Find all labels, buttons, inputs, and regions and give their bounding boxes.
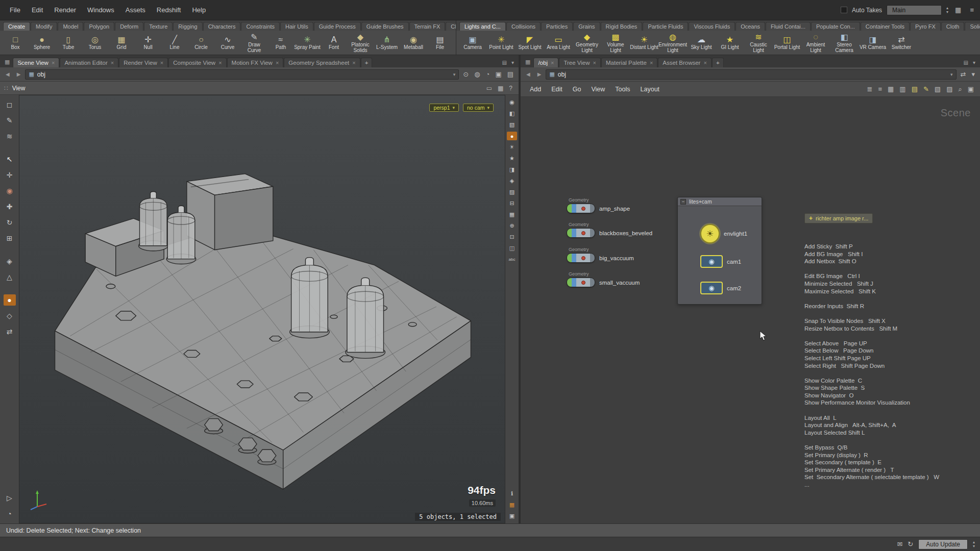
shelf-tool-path[interactable]: ≈Path — [267, 35, 294, 51]
window-menu-icon[interactable]: ≡ — [968, 5, 976, 15]
pane-dropdown-icon[interactable]: ▾ — [971, 70, 975, 78]
fields-icon[interactable]: ◫ — [507, 244, 517, 253]
materials-icon[interactable]: ◈ — [507, 177, 517, 185]
shelf-tool-distant-light[interactable]: ☀Distant Light — [630, 35, 658, 51]
shelf-tool-null[interactable]: ✛Null — [135, 35, 161, 51]
shelf-tab-collisions[interactable]: Collisions — [506, 22, 541, 31]
lighting-icon[interactable]: ☀ — [507, 143, 517, 152]
desktop-layout-icon[interactable]: ▦ — [953, 5, 963, 15]
tab-material-palette[interactable]: Material Palette× — [601, 58, 657, 67]
shelf-tool-portal-light[interactable]: ◫Portal Light — [773, 35, 801, 51]
pose-tool-icon[interactable]: ◉ — [4, 185, 16, 196]
menu-help[interactable]: Help — [186, 4, 211, 16]
shelf-tool-sphere[interactable]: ●Sphere — [29, 35, 55, 51]
take-selector[interactable]: Main — [887, 5, 942, 15]
maximize-pane-icon[interactable]: ▤ — [964, 60, 968, 65]
node-envlight1[interactable]: ☀envlight1 — [700, 224, 747, 243]
left-path-field[interactable]: ▦ obj ▾ — [25, 69, 459, 80]
shelf-tab-rigging[interactable]: Rigging — [173, 22, 202, 31]
shelf-tool-platonic-solids[interactable]: ◆Platonic Solids — [347, 32, 374, 53]
shelf-tab-pyro-fx[interactable]: Pyro FX — [910, 22, 941, 31]
shelf-tool-geometry-light[interactable]: ◆Geometry Light — [573, 32, 601, 53]
paint-brush-icon[interactable]: ✎ — [4, 115, 16, 126]
highquality-light-icon[interactable]: ★ — [507, 154, 517, 163]
pane-split-icon[interactable]: ▦ — [523, 59, 533, 67]
shelf-tool-tube[interactable]: ▯Tube — [55, 35, 82, 51]
path-dropdown-icon[interactable]: ▾ — [950, 72, 953, 77]
translate-tool-icon[interactable]: ✚ — [4, 201, 16, 212]
shelf-tool-box[interactable]: □Box — [2, 35, 29, 51]
tab-motion-fx-view[interactable]: Motion FX View× — [227, 58, 284, 67]
shelf-tool-file[interactable]: ▤File — [427, 35, 453, 51]
shelf-tool-stereo-camera[interactable]: ◧Stereo Camera — [830, 32, 859, 53]
shelf-tool-switcher[interactable]: ⇄Switcher — [887, 35, 916, 51]
shelf-tab-cloth[interactable]: Cloth — [941, 22, 965, 31]
view-mask-icon[interactable]: ⊡ — [507, 233, 517, 241]
network-canvas[interactable]: Scene − lites+cam + richter amp image r.… — [521, 97, 980, 523]
shelf-tool-vr-camera[interactable]: ◨VR Camera — [859, 35, 887, 51]
netmenu-go[interactable]: Go — [568, 84, 586, 94]
display-flag[interactable] — [567, 278, 572, 287]
labels-icon[interactable]: abc — [507, 255, 517, 264]
display-flag[interactable] — [567, 204, 572, 213]
scale-tool-icon[interactable]: ⊞ — [4, 233, 16, 244]
shading-mode-icon[interactable]: ◧ — [507, 109, 517, 118]
stepper-down-icon[interactable]: ▾ — [973, 544, 975, 548]
close-icon[interactable]: × — [160, 60, 163, 66]
overview-icon[interactable]: ▣ — [968, 85, 974, 93]
shelf-tab-particles[interactable]: Particles — [541, 22, 573, 31]
handles-tool-icon[interactable]: ✛ — [4, 169, 16, 181]
view-snapshot-icon[interactable]: ◔ — [4, 508, 16, 519]
netbox-header[interactable]: − lites+cam — [678, 197, 762, 206]
close-icon[interactable]: × — [52, 60, 55, 66]
node-cam2[interactable]: ◉cam2 — [700, 282, 741, 294]
topo-tool-icon[interactable]: ◇ — [4, 310, 16, 321]
node-small-vaccuum[interactable]: Geometrysmall_vaccuum — [567, 278, 640, 287]
shelf-tool-torus[interactable]: ◎Torus — [82, 35, 108, 51]
message-log-icon[interactable]: ✉ — [897, 540, 902, 548]
shelf-tab-populate-con[interactable]: Populate Con... — [811, 22, 860, 31]
secure-selection-icon[interactable]: ◻ — [4, 99, 16, 110]
bypass-flag[interactable] — [590, 229, 595, 237]
shelf-tab-guide-brushes[interactable]: Guide Brushes — [361, 22, 409, 31]
render-flag[interactable] — [572, 254, 576, 262]
shelf-tool-camera[interactable]: ▣Camera — [458, 35, 487, 51]
bypass-flag[interactable] — [590, 278, 595, 287]
shelf-tab-constraints[interactable]: Constraints — [241, 22, 280, 31]
shadows-icon[interactable]: ◨ — [507, 165, 517, 174]
close-icon[interactable]: × — [593, 60, 596, 66]
camera-lock-icon[interactable]: ▣ — [507, 512, 517, 520]
netmenu-view[interactable]: View — [586, 84, 610, 94]
node-cam1[interactable]: ◉cam1 — [700, 255, 741, 268]
shelf-tool-caustic-light[interactable]: ≋Caustic Light — [744, 32, 773, 53]
bypass-flag[interactable] — [590, 204, 595, 213]
shelf-tab-fluid-contai[interactable]: Fluid Contai... — [766, 22, 811, 31]
shelf-tab-grains[interactable]: Grains — [573, 22, 600, 31]
tab-composite-view[interactable]: Composite View× — [168, 58, 226, 67]
shelf-tab-guide-process[interactable]: Guide Process — [314, 22, 361, 31]
search-icon[interactable]: ⌕ — [958, 85, 962, 93]
shelf-tab-cloud-fx[interactable]: Cloud FX — [446, 22, 456, 31]
flipbook-icon[interactable]: ▷ — [4, 492, 16, 504]
shelf-tool-draw-curve[interactable]: ✎Draw Curve — [241, 32, 267, 53]
shelf-tool-area-light[interactable]: ▭Area Light — [544, 35, 573, 51]
peak-tool-icon[interactable]: △ — [4, 271, 16, 283]
auto-takes-checkbox[interactable] — [841, 7, 847, 13]
shelf-tab-lights-and-c[interactable]: Lights and C... — [459, 22, 506, 31]
mirror-tool-icon[interactable]: ⇄ — [4, 326, 16, 337]
shelf-tab-container-tools[interactable]: Container Tools — [861, 22, 910, 31]
shelf-tab-viscous-fluids[interactable]: Viscous Fluids — [689, 22, 735, 31]
tab-asset-browser[interactable]: Asset Browser× — [658, 58, 712, 67]
shelf-tab-modify[interactable]: Modify — [31, 22, 57, 31]
select-tool-icon[interactable]: ↖ — [4, 154, 16, 165]
shelf-tool-spot-light[interactable]: ◤Spot Light — [516, 35, 544, 51]
update-reload-icon[interactable]: ↻ — [908, 540, 913, 548]
list-mode-icon[interactable]: ≡ — [878, 85, 882, 93]
menu-assets[interactable]: Assets — [120, 4, 151, 16]
node-amp-shape[interactable]: Geometryamp_shape — [567, 204, 630, 213]
cache-grid-icon[interactable]: ▦ — [507, 500, 517, 509]
display-flag[interactable] — [567, 254, 572, 262]
single-view-icon[interactable]: ▭ — [486, 85, 492, 92]
netmenu-layout[interactable]: Layout — [635, 84, 665, 94]
render-flag-icon[interactable]: ◔ — [486, 70, 490, 78]
